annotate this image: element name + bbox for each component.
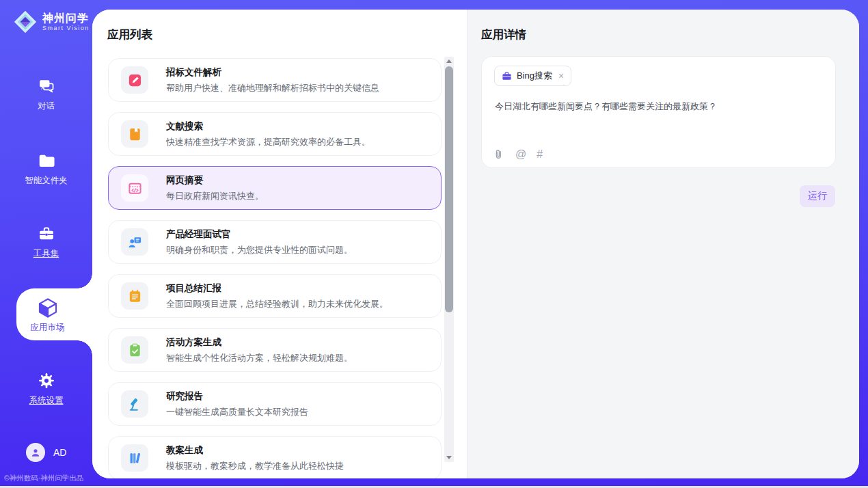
app-list-item[interactable]: 活动方案生成 智能生成个性化活动方案，轻松解决规划难题。 — [108, 328, 442, 372]
research-icon — [127, 396, 143, 412]
app-detail-panel: 应用详情 Bing搜索 × 今日湖北有哪些新闻要点？有哪些需要关注的最新政策？ — [467, 10, 859, 478]
interview-icon — [127, 234, 143, 250]
brand-subtitle: Smart Vision — [42, 25, 90, 31]
sidebar-item-label: 工具集 — [33, 248, 59, 260]
app-list-item[interactable]: 网页摘要 每日政府新闻资讯快查。 — [108, 166, 442, 210]
app-description: 模板驱动，教案秒成，教学准备从此轻松快捷 — [166, 460, 344, 472]
app-title: 文献搜索 — [166, 120, 370, 133]
app-description: 明确身份和职责，为您提供专业性的面试问题。 — [166, 244, 353, 256]
user-menu[interactable]: AD — [26, 443, 66, 462]
app-detail-title: 应用详情 — [481, 27, 526, 42]
tool-tag-label: Bing搜索 — [517, 70, 552, 82]
clipboard-icon — [127, 342, 143, 358]
app-icon-box — [121, 120, 148, 148]
app-title: 网页摘要 — [166, 174, 264, 187]
mention-icon[interactable]: @ — [515, 149, 526, 160]
scrollbar-down-icon[interactable] — [444, 453, 454, 462]
prompt-card[interactable]: Bing搜索 × 今日湖北有哪些新闻要点？有哪些需要关注的最新政策？ @ # — [481, 56, 836, 168]
hash-icon[interactable]: # — [537, 149, 543, 160]
app-title: 教案生成 — [166, 444, 344, 457]
run-button[interactable]: 运行 — [800, 185, 835, 207]
app-description: 帮助用户快速、准确地理解和解析招标书中的关键信息 — [166, 82, 379, 94]
app-icon-box — [121, 444, 148, 472]
scrollbar-thumb[interactable] — [445, 66, 453, 312]
app-title: 招标文件解析 — [166, 66, 379, 79]
app-icon-box — [121, 228, 148, 256]
brand-name: 神州问学 — [42, 12, 90, 25]
sidebar-item-label: 系统设置 — [29, 395, 64, 407]
browser-icon — [127, 180, 143, 196]
app-icon-box — [121, 66, 148, 94]
app-description: 快速精准查找学术资源，提高研究效率的必备工具。 — [166, 136, 370, 148]
folder-icon — [37, 151, 56, 170]
sidebar-item-label: 对话 — [38, 100, 55, 112]
person-icon — [29, 446, 42, 459]
main-content: 应用列表 招标文件解析 帮助用户快速、准确地理解和解析招标书中的关键信息 — [92, 10, 859, 478]
attachment-icon[interactable] — [493, 148, 505, 161]
edit-icon — [127, 72, 143, 88]
app-icon-box — [121, 336, 148, 364]
user-initials: AD — [53, 447, 66, 458]
app-list-item[interactable]: 产品经理面试官 明确身份和职责，为您提供专业性的面试问题。 — [108, 220, 442, 264]
cube-icon — [36, 296, 59, 319]
sidebar-item-toolset[interactable]: 工具集 — [0, 224, 92, 260]
sidebar-item-app-market[interactable]: 应用市场 — [16, 288, 92, 340]
app-list-item[interactable]: 教案生成 模板驱动，教案秒成，教学准备从此轻松快捷 — [108, 436, 442, 478]
tag-close-icon[interactable]: × — [558, 71, 564, 81]
app-title: 研究报告 — [166, 390, 308, 403]
copyright-text: ©神州数码·神州问学出品 — [4, 474, 92, 483]
app-list-panel: 应用列表 招标文件解析 帮助用户快速、准确地理解和解析招标书中的关键信息 — [92, 10, 467, 478]
tool-tag-bing-search[interactable]: Bing搜索 × — [494, 66, 571, 86]
app-title: 项目总结汇报 — [166, 282, 388, 295]
app-description: 一键智能生成高质量长文本研究报告 — [166, 406, 308, 418]
gear-icon — [37, 371, 56, 390]
prompt-text[interactable]: 今日湖北有哪些新闻要点？有哪些需要关注的最新政策？ — [495, 100, 822, 113]
app-description: 每日政府新闻资讯快查。 — [166, 190, 264, 202]
sidebar-item-smart-folder[interactable]: 智能文件夹 — [0, 151, 92, 187]
app-window: 神州问学 Smart Vision 对话 智能文件夹 — [0, 0, 868, 488]
brand-logo: 神州问学 Smart Vision — [12, 9, 90, 35]
app-list-item[interactable]: 招标文件解析 帮助用户快速、准确地理解和解析招标书中的关键信息 — [108, 58, 442, 102]
toolbox-icon — [37, 224, 56, 243]
app-title: 活动方案生成 — [166, 336, 353, 349]
app-description: 全面回顾项目进展，总结经验教训，助力未来优化发展。 — [166, 298, 388, 310]
app-list: 招标文件解析 帮助用户快速、准确地理解和解析招标书中的关键信息 文献搜索 快速精… — [92, 56, 467, 478]
sidebar-item-label: 智能文件夹 — [25, 175, 68, 187]
tab-curve-bottom — [77, 340, 92, 355]
app-icon-box — [121, 282, 148, 310]
app-title: 产品经理面试官 — [166, 228, 353, 241]
app-icon-box — [121, 174, 148, 202]
diamond-logo-icon — [12, 9, 38, 35]
prompt-toolbar: @ # — [493, 148, 543, 161]
sidebar: 神州问学 Smart Vision 对话 智能文件夹 — [0, 0, 92, 488]
book-icon — [127, 126, 143, 142]
sidebar-item-label: 应用市场 — [31, 322, 65, 334]
app-list-item[interactable]: 研究报告 一键智能生成高质量长文本研究报告 — [108, 382, 442, 426]
app-description: 智能生成个性化活动方案，轻松解决规划难题。 — [166, 352, 353, 364]
briefcase-icon — [502, 71, 512, 81]
scrollbar-track[interactable] — [444, 57, 454, 462]
avatar — [26, 443, 45, 462]
app-list-item[interactable]: 项目总结汇报 全面回顾项目进展，总结经验教训，助力未来优化发展。 — [108, 274, 442, 318]
sidebar-item-chat[interactable]: 对话 — [0, 77, 92, 112]
chat-icon — [37, 77, 56, 96]
books-icon — [127, 450, 143, 466]
notepad-icon — [127, 288, 143, 304]
app-list-item[interactable]: 文献搜索 快速精准查找学术资源，提高研究效率的必备工具。 — [108, 112, 442, 156]
sidebar-item-settings[interactable]: 系统设置 — [0, 371, 92, 407]
tab-curve-top — [77, 273, 92, 288]
app-icon-box — [121, 390, 148, 418]
app-list-title: 应用列表 — [107, 27, 152, 42]
scrollbar-up-icon[interactable] — [444, 57, 454, 66]
